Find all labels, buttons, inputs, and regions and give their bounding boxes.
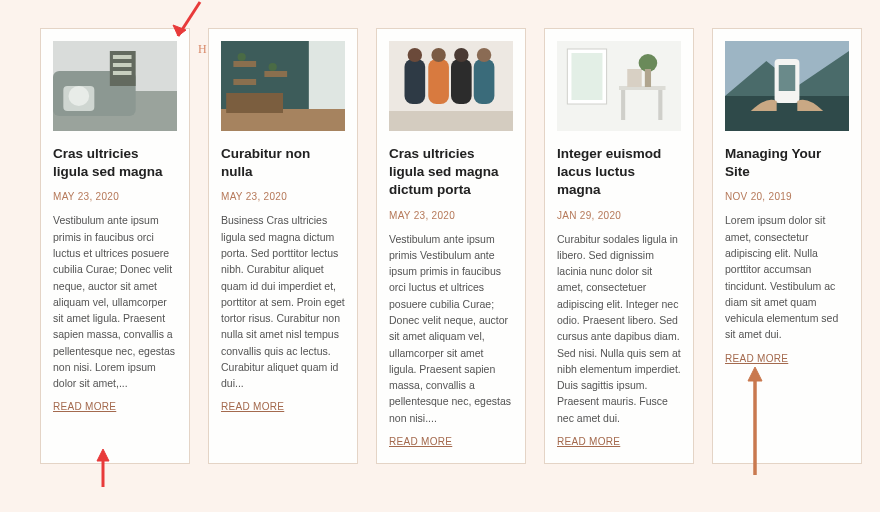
svg-rect-15: [233, 79, 256, 85]
svg-rect-14: [264, 71, 287, 77]
svg-point-17: [269, 63, 277, 71]
post-card: Cras ultricies ligula sed magna MAY 23, …: [40, 28, 190, 464]
post-card: Integer euismod lacus luctus magna JAN 2…: [544, 28, 694, 464]
svg-rect-10: [309, 41, 345, 111]
post-date: NOV 20, 2019: [725, 191, 849, 202]
svg-rect-8: [113, 71, 132, 75]
read-more-link[interactable]: READ MORE: [389, 436, 452, 447]
read-more-link[interactable]: READ MORE: [557, 436, 620, 447]
post-excerpt: Lorem ipsum dolor sit amet, consectetur …: [725, 212, 849, 342]
read-more-link[interactable]: READ MORE: [53, 401, 116, 412]
post-card: Cras ultricies ligula sed magna dictum p…: [376, 28, 526, 464]
read-more-link[interactable]: READ MORE: [221, 401, 284, 412]
post-excerpt: Vestibulum ante ipsum primis in faucibus…: [53, 212, 177, 391]
svg-rect-19: [405, 59, 426, 104]
read-more-link[interactable]: READ MORE: [725, 353, 788, 364]
svg-rect-25: [474, 59, 495, 104]
svg-rect-30: [571, 53, 602, 100]
svg-rect-27: [389, 111, 513, 131]
post-thumbnail[interactable]: [557, 41, 681, 131]
svg-rect-41: [779, 65, 796, 91]
svg-point-4: [69, 86, 90, 106]
svg-point-20: [408, 48, 422, 62]
post-thumbnail[interactable]: [221, 41, 345, 131]
post-excerpt: Vestibulum ante ipsum primis Vestibulum …: [389, 231, 513, 426]
post-title[interactable]: Cras ultricies ligula sed magna: [53, 145, 177, 181]
svg-point-26: [477, 48, 491, 62]
svg-rect-34: [627, 69, 641, 87]
svg-rect-32: [621, 90, 625, 120]
svg-rect-13: [233, 61, 256, 67]
svg-point-22: [431, 48, 445, 62]
post-date: MAY 23, 2020: [221, 191, 345, 202]
svg-rect-7: [113, 63, 132, 67]
svg-rect-31: [619, 86, 666, 90]
post-card: Curabitur non nulla MAY 23, 2020 Busines…: [208, 28, 358, 464]
post-date: JAN 29, 2020: [557, 210, 681, 221]
post-title[interactable]: Managing Your Site: [725, 145, 849, 181]
post-date: MAY 23, 2020: [53, 191, 177, 202]
svg-rect-33: [658, 90, 662, 120]
post-card: Managing Your Site NOV 20, 2019 Lorem ip…: [712, 28, 862, 464]
svg-rect-36: [645, 69, 651, 87]
post-thumbnail[interactable]: [53, 41, 177, 131]
svg-rect-12: [226, 93, 283, 113]
post-thumbnail[interactable]: [725, 41, 849, 131]
post-excerpt: Business Cras ultricies ligula sed magna…: [221, 212, 345, 391]
annotation-h-mark: H: [198, 42, 207, 57]
post-title[interactable]: Cras ultricies ligula sed magna dictum p…: [389, 145, 513, 200]
svg-point-16: [238, 53, 246, 61]
post-excerpt: Curabitur sodales ligula in libero. Sed …: [557, 231, 681, 426]
post-title[interactable]: Curabitur non nulla: [221, 145, 345, 181]
svg-rect-6: [113, 55, 132, 59]
post-title[interactable]: Integer euismod lacus luctus magna: [557, 145, 681, 200]
svg-rect-21: [428, 59, 449, 104]
svg-point-24: [454, 48, 468, 62]
svg-rect-23: [451, 59, 472, 104]
post-date: MAY 23, 2020: [389, 210, 513, 221]
card-grid: Cras ultricies ligula sed magna MAY 23, …: [0, 0, 880, 492]
post-thumbnail[interactable]: [389, 41, 513, 131]
